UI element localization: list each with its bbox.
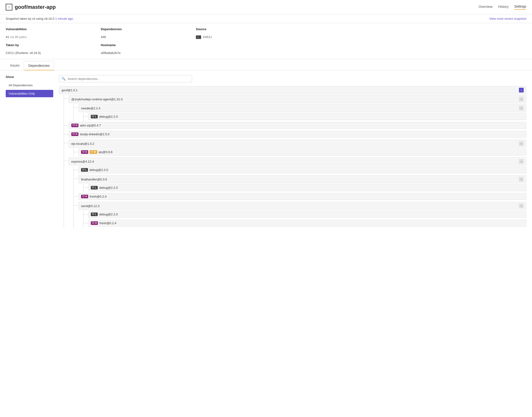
- nav-overview[interactable]: Overview: [479, 5, 492, 10]
- collapse-btn-snyk[interactable]: -: [519, 97, 524, 102]
- collapse-btn-express[interactable]: -: [519, 159, 524, 164]
- h-line: [74, 152, 78, 152]
- collapse-btn-finalhandler[interactable]: -: [519, 177, 524, 182]
- node-row-goof: goof@1.0.1 -: [59, 86, 526, 94]
- h-line: [64, 125, 69, 125]
- child-wrap-dustjs: 🛡 H dustjs-linkedin@2.5.0: [64, 131, 526, 139]
- nav-settings[interactable]: Settings: [514, 5, 526, 10]
- children-snyk: needle@2.2.4 -: [73, 104, 526, 121]
- h-line: [74, 205, 78, 205]
- shield-icon: 🛡: [82, 195, 85, 198]
- h-line: [74, 170, 78, 170]
- node-name-debug-send: debug@2.2.0: [99, 213, 524, 216]
- shield-icon: 🛡: [92, 115, 94, 118]
- node-name-finalhandler: finalhandler@0.3.6: [81, 177, 518, 181]
- children-send: 🛡 L debug@2.2.0: [83, 211, 526, 228]
- nav-history[interactable]: History: [498, 5, 509, 10]
- node-row-needle: needle@2.2.4 -: [78, 104, 526, 112]
- h-line: [74, 178, 78, 179]
- node-debug-send: 🛡 L debug@2.2.0: [88, 211, 526, 218]
- search-box[interactable]: 🔍: [59, 75, 192, 82]
- node-express: express@4.12.4 - 🛡 L: [69, 157, 526, 228]
- children-ejslocals: 🛡 H 🛡 M ejs@0.8.8: [73, 149, 526, 156]
- node-snyk: @snyk/nodejs-runtime-agent@1.31.0 - nee: [69, 95, 526, 121]
- tab-issues[interactable]: Issues: [6, 61, 24, 70]
- node-name-send: send@0.12.3: [81, 204, 518, 208]
- node-name-admzip: adm-zip@0.4.7: [80, 124, 524, 127]
- node-needle: needle@2.2.4 -: [78, 104, 526, 121]
- node-name-express: express@4.12.4: [71, 160, 518, 163]
- node-name-ejs: ejs@0.8.8: [99, 150, 524, 154]
- source-icon: >_: [196, 35, 201, 39]
- node-name-fresh-send: fresh@0.2.4: [99, 221, 524, 225]
- meta-label-dependencies: Dependencies: [101, 26, 196, 32]
- header-nav: Overview History Settings: [479, 5, 526, 10]
- deps-tree: 🔍 goof@1.0.1 - @snyk/nodejs-runtim: [59, 75, 526, 228]
- child-wrap-admzip: 🛡 H adm-zip@0.4.7: [64, 122, 526, 130]
- node-name-needle: needle@2.2.4: [81, 106, 518, 110]
- shield-icon: 🛡: [73, 133, 75, 136]
- snapshot-info: Snapshot taken by cli using v8.16.0 1 mi…: [6, 17, 74, 21]
- time-ago-link[interactable]: 1 minute ago.: [55, 17, 74, 21]
- badge-H-fresh-send: 🛡 H: [91, 221, 98, 225]
- badge-L-debug1: 🛡 L: [91, 115, 98, 118]
- h-line: [74, 196, 78, 197]
- node-row-fresh-send: 🛡 H fresh@0.2.4: [88, 220, 526, 227]
- tabs: Issues Dependencies: [0, 61, 532, 70]
- meta-label-source: Source: [196, 26, 526, 32]
- meta-label-takenby: Taken by: [6, 42, 101, 48]
- child-wrap-debug-send: 🛡 L debug@2.2.0: [83, 211, 526, 219]
- search-input[interactable]: [68, 77, 189, 81]
- children-goof: @snyk/nodejs-runtime-agent@1.31.0 - nee: [64, 95, 526, 228]
- meta-grid: Vulnerabilities Dependencies Source 41 v…: [0, 23, 532, 59]
- collapse-btn-ejslocals[interactable]: -: [519, 141, 524, 146]
- collapse-btn-needle[interactable]: -: [519, 106, 524, 111]
- h-line: [83, 214, 88, 214]
- node-name-dustjs: dustjs-linkedin@2.5.0: [80, 132, 524, 136]
- badge-L-debug-fh: 🛡 L: [91, 186, 98, 189]
- sidebar-item-all-deps[interactable]: All Dependencies: [6, 82, 53, 89]
- node-dustjs: 🛡 H dustjs-linkedin@2.5.0: [69, 131, 526, 138]
- node-row-fresh-exp: 🛡 H fresh@0.2.4: [78, 193, 526, 200]
- node-name-debug-fh: debug@2.2.0: [99, 186, 524, 189]
- child-wrap-fresh-send: 🛡 H fresh@0.2.4: [83, 220, 526, 228]
- children-express: 🛡 L debug@2.2.0: [73, 167, 526, 228]
- badge-H-ejs: 🛡 H: [81, 150, 88, 154]
- h-line: [64, 143, 69, 143]
- badge-H-fresh-exp: 🛡 H: [81, 195, 88, 198]
- badge-H-dustjs: 🛡 H: [71, 132, 78, 136]
- node-row-dustjs: 🛡 H dustjs-linkedin@2.5.0: [69, 131, 526, 138]
- via-paths: via 98 paths: [10, 35, 27, 39]
- meta-value-dependencies: 446: [101, 34, 196, 40]
- collapse-btn-send[interactable]: -: [519, 204, 524, 208]
- node-debug-exp: 🛡 L debug@2.2.0: [78, 167, 526, 173]
- node-row-debug-send: 🛡 L debug@2.2.0: [88, 211, 526, 218]
- header: □ goof/master-app Overview History Setti…: [0, 0, 532, 14]
- h-line: [83, 188, 88, 188]
- h-line: [83, 116, 88, 117]
- node-row-debug-fh: 🛡 L debug@2.2.0: [88, 184, 526, 191]
- tab-dependencies[interactable]: Dependencies: [24, 61, 54, 70]
- app-logo: □ goof/master-app: [6, 4, 56, 10]
- node-debug-fh: 🛡 L debug@2.2.0: [88, 184, 526, 191]
- show-label: Show: [6, 75, 53, 79]
- node-finalhandler: finalhandler@0.3.6 -: [78, 175, 526, 192]
- node-send: send@0.12.3 -: [78, 202, 526, 228]
- snapshot-bar: Snapshot taken by cli using v8.16.0 1 mi…: [0, 14, 532, 23]
- node-debug1: 🛡 L debug@2.2.0: [88, 113, 526, 120]
- tree-container: goof@1.0.1 - @snyk/nodejs-runtime-agent@…: [59, 86, 526, 228]
- h-line: [64, 98, 69, 99]
- collapse-btn-goof[interactable]: -: [519, 88, 524, 93]
- node-ejslocals: ejs-locals@1.0.2 - 🛡 H 🛡 M: [69, 140, 526, 156]
- node-name-snyk: @snyk/nodejs-runtime-agent@1.31.0: [71, 97, 518, 101]
- node-row-admzip: 🛡 H adm-zip@0.4.7: [69, 122, 526, 129]
- sidebar-item-vuln-only[interactable]: Vulnerabilities Only: [6, 90, 53, 97]
- node-fresh-send: 🛡 H fresh@0.2.4: [88, 220, 526, 227]
- meta-value-source: >_ CI/CLI: [196, 34, 526, 40]
- badge-L-debug-exp: 🛡 L: [81, 168, 88, 172]
- badge-M-ejs: 🛡 M: [90, 150, 97, 154]
- node-row-ejslocals: ejs-locals@1.0.2 -: [69, 140, 526, 148]
- node-name-goof: goof@1.0.1: [62, 88, 518, 92]
- view-recent-snapshot[interactable]: View most recent snapshot: [489, 17, 526, 21]
- child-wrap-send: send@0.12.3 -: [74, 202, 526, 228]
